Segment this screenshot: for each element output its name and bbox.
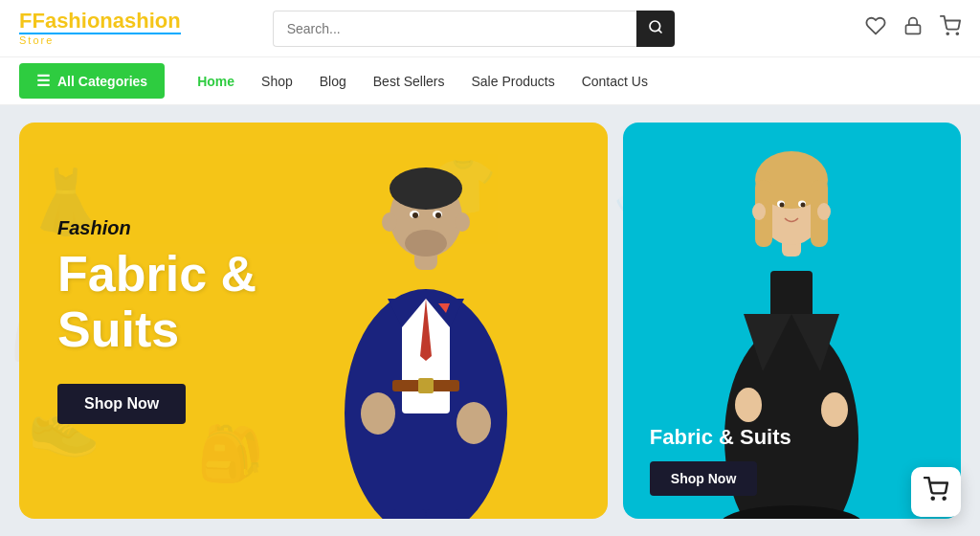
hamburger-icon: ☰ — [36, 72, 50, 90]
search-button[interactable] — [636, 11, 675, 47]
header-icons — [865, 15, 961, 41]
nav-item-contact[interactable]: Contact Us — [568, 73, 661, 90]
logo-brand: FFashionashion — [19, 11, 181, 32]
hero-subtitle: Fashion — [57, 217, 569, 239]
hero-title-line2: Suits — [57, 302, 179, 357]
svg-text:🎒: 🎒 — [197, 422, 264, 485]
nav-link-contact[interactable]: Contact Us — [568, 74, 661, 89]
hero-secondary-text: Fabric & Suits Shop Now — [650, 425, 934, 496]
logo-sub: Store — [19, 33, 181, 46]
nav-link-blog[interactable]: Blog — [306, 74, 360, 89]
svg-point-45 — [817, 203, 831, 220]
svg-line-1 — [658, 30, 661, 33]
nav-item-blog[interactable]: Blog — [306, 73, 360, 90]
svg-point-3 — [947, 33, 948, 34]
nav-link-home[interactable]: Home — [184, 74, 248, 89]
hero-title-line1: Fabric & — [57, 246, 256, 302]
svg-rect-30 — [426, 509, 459, 519]
logo[interactable]: FFashionashion Store — [19, 11, 181, 46]
floating-cart-button[interactable] — [911, 467, 961, 517]
nav-item-shop[interactable]: Shop — [248, 73, 306, 90]
hero-secondary-banner: Fabric & Suits Shop Now — [623, 123, 961, 519]
nav-item-sale[interactable]: Sale Products — [457, 73, 568, 90]
hero-main-banner: 👗 👕 👟 🎒 Fashion Fabric & Suits Shop Now — [19, 123, 608, 519]
floating-cart-icon — [924, 477, 948, 507]
logo-brand-rest: ashion — [113, 9, 181, 33]
hero-section: 👗 👕 👜 👠 👒 👗 👕 👟 🎒 Fashion Fabric & Suits… — [0, 105, 980, 536]
svg-point-49 — [932, 498, 934, 500]
wishlist-icon[interactable] — [865, 15, 886, 41]
nav-link-sale[interactable]: Sale Products — [457, 74, 568, 89]
nav-links: Home Shop Blog Best Sellers Sale Product… — [184, 73, 661, 90]
hero-secondary-title: Fabric & Suits — [650, 425, 934, 450]
all-categories-button[interactable]: ☰ All Categories — [19, 63, 165, 99]
navbar: ☰ All Categories Home Shop Blog Best Sel… — [0, 57, 980, 105]
nav-link-shop[interactable]: Shop — [248, 74, 306, 89]
hero-main-cta[interactable]: Shop Now — [57, 384, 186, 424]
search-input[interactable] — [273, 11, 636, 47]
search-bar — [273, 11, 675, 47]
svg-point-43 — [801, 203, 806, 208]
svg-point-47 — [735, 388, 762, 422]
hero-main-text: Fashion Fabric & Suits Shop Now — [57, 217, 569, 423]
svg-point-18 — [390, 168, 462, 210]
svg-point-50 — [944, 498, 946, 500]
account-icon[interactable] — [903, 16, 923, 40]
svg-rect-29 — [392, 509, 426, 519]
nav-item-home[interactable]: Home — [184, 73, 248, 90]
svg-point-42 — [780, 203, 785, 208]
header: FFashionashion Store — [0, 0, 980, 57]
nav-item-bestsellers[interactable]: Best Sellers — [360, 73, 458, 90]
nav-link-bestsellers[interactable]: Best Sellers — [360, 74, 458, 89]
svg-rect-2 — [906, 25, 921, 34]
cart-icon[interactable] — [940, 15, 961, 41]
all-categories-label: All Categories — [57, 74, 147, 89]
svg-point-4 — [956, 33, 958, 34]
logo-highlight: F — [19, 9, 32, 33]
hero-title: Fabric & Suits — [57, 247, 569, 356]
svg-point-48 — [821, 392, 848, 427]
search-icon — [648, 19, 663, 38]
svg-point-44 — [752, 203, 766, 220]
hero-secondary-cta[interactable]: Shop Now — [650, 461, 757, 496]
